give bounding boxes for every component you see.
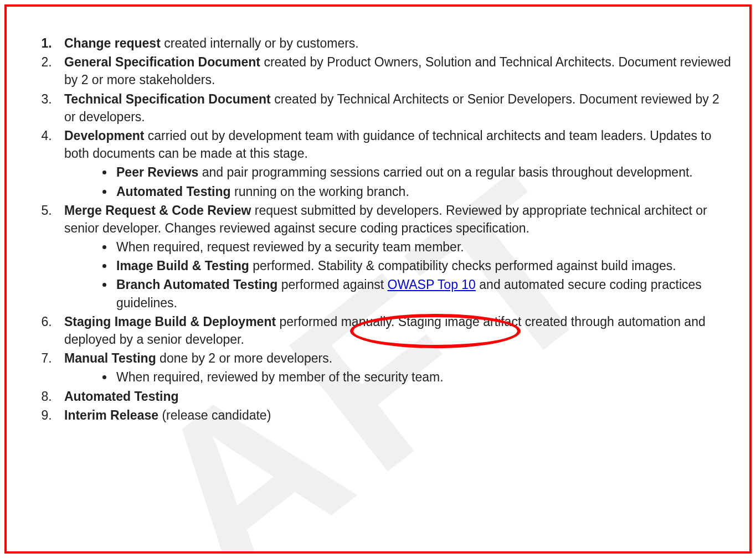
text-run: done by 2 or more developers.	[156, 351, 332, 365]
list-item-text: Staging Image Build & Deployment perform…	[64, 314, 706, 347]
list-item: General Specification Document created b…	[55, 53, 733, 89]
list-item-text: Merge Request & Code Review request subm…	[64, 203, 707, 235]
sub-list-item: Image Build & Testing performed. Stabili…	[114, 257, 733, 275]
list-item: Staging Image Build & Deployment perform…	[55, 313, 733, 348]
text-run: When required, reviewed by member of the…	[116, 370, 444, 384]
sub-list: When required, request reviewed by a sec…	[64, 238, 733, 312]
text-run: (release candidate)	[158, 408, 271, 422]
list-item: Manual Testing done by 2 or more develop…	[55, 349, 733, 386]
text-run: performed. Stability & compatibility che…	[249, 259, 676, 273]
list-item-text: Interim Release (release candidate)	[64, 408, 271, 422]
term-bold: Change request	[64, 36, 161, 50]
owasp-link[interactable]: OWASP Top 10	[388, 277, 476, 292]
list-item-text: General Specification Document created b…	[64, 55, 731, 87]
term-bold: Interim Release	[64, 408, 158, 422]
list-item: Development carried out by development t…	[55, 127, 733, 200]
term-bold: Automated Testing	[116, 184, 231, 199]
sub-list-item: Automated Testing running on the working…	[114, 183, 733, 200]
term-bold: Staging Image Build & Deployment	[64, 314, 276, 329]
term-bold: Image Build & Testing	[116, 259, 249, 273]
text-run: performed against	[277, 277, 387, 292]
document-body: Change request created internally or by …	[7, 7, 749, 442]
sub-list: Peer Reviews and pair programming sessio…	[64, 163, 733, 200]
list-item: Interim Release (release candidate)	[55, 406, 733, 424]
list-item: Automated Testing	[55, 388, 733, 405]
text-run: carried out by development team with gui…	[64, 128, 712, 161]
text-run: created internally or by customers.	[161, 36, 359, 50]
sub-list-item: When required, request reviewed by a sec…	[114, 238, 733, 256]
list-item-text: Manual Testing done by 2 or more develop…	[64, 351, 332, 365]
term-bold: Branch Automated Testing	[116, 277, 277, 292]
list-item: Merge Request & Code Review request subm…	[55, 202, 733, 312]
list-item: Technical Specification Document created…	[55, 90, 733, 126]
list-item-text: Automated Testing	[64, 389, 179, 404]
text-run: running on the working branch.	[231, 184, 409, 199]
sub-list-item: Branch Automated Testing performed again…	[114, 276, 733, 311]
list-item-text: Change request created internally or by …	[64, 36, 359, 50]
document-frame: AFT Change request created internally or…	[4, 4, 752, 554]
term-bold: Peer Reviews	[116, 165, 198, 179]
list-item-text: Development carried out by development t…	[64, 128, 712, 161]
term-bold: Development	[64, 128, 144, 143]
sub-list: When required, reviewed by member of the…	[64, 368, 733, 386]
process-list: Change request created internally or by …	[29, 34, 733, 424]
sub-list-item: When required, reviewed by member of the…	[114, 368, 733, 386]
sub-list-item: Peer Reviews and pair programming sessio…	[114, 163, 733, 181]
term-bold: General Specification Document	[64, 55, 260, 69]
list-item-text: Technical Specification Document created…	[64, 92, 719, 124]
term-bold: Technical Specification Document	[64, 92, 271, 106]
text-run: When required, request reviewed by a sec…	[116, 240, 464, 254]
term-bold: Merge Request & Code Review	[64, 203, 251, 218]
list-item: Change request created internally or by …	[55, 34, 733, 52]
term-bold: Automated Testing	[64, 389, 179, 404]
term-bold: Manual Testing	[64, 351, 156, 365]
text-run: and pair programming sessions carried ou…	[198, 165, 692, 179]
